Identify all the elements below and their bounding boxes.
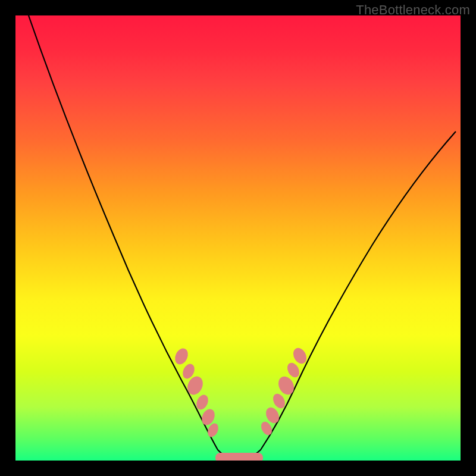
svg-point-7 bbox=[264, 405, 282, 425]
svg-point-11 bbox=[291, 346, 309, 366]
outer-frame: TheBottleneck.com bbox=[0, 0, 476, 476]
bottom-pill bbox=[215, 453, 263, 461]
curve-svg bbox=[15, 15, 461, 461]
right-arm-beads bbox=[259, 346, 309, 437]
plot-area bbox=[15, 15, 461, 461]
svg-point-0 bbox=[173, 346, 190, 367]
left-arm-beads bbox=[173, 346, 220, 439]
svg-point-1 bbox=[180, 362, 196, 380]
svg-point-6 bbox=[259, 420, 274, 437]
svg-point-2 bbox=[184, 374, 205, 397]
svg-point-5 bbox=[206, 422, 221, 439]
svg-point-4 bbox=[199, 407, 217, 427]
bottleneck-curve bbox=[29, 15, 456, 459]
svg-point-8 bbox=[271, 392, 287, 410]
svg-point-10 bbox=[285, 361, 302, 379]
svg-point-9 bbox=[275, 374, 297, 397]
watermark-text: TheBottleneck.com bbox=[356, 2, 470, 18]
svg-point-3 bbox=[194, 393, 210, 411]
